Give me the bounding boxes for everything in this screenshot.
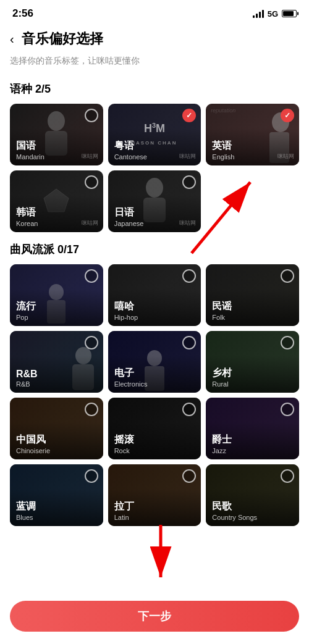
genre-card-folk2[interactable]: 民歌 Country Songs — [206, 464, 299, 526]
genre-card-jazz[interactable]: 爵士 Jazz — [206, 398, 299, 459]
language-card-japanese[interactable]: 日语 Japanese 咪咕网 — [108, 170, 201, 232]
language-card-cantonese[interactable]: H3MJASON CHAN 粤语 Cantonese 咪咕网 — [108, 104, 201, 165]
select-circle-folk[interactable] — [281, 269, 294, 283]
select-circle-rnb[interactable] — [85, 336, 98, 349]
select-circle-pop[interactable] — [85, 269, 98, 283]
genre-card-folk[interactable]: 民谣 Folk — [206, 264, 299, 326]
status-icons: 5G — [253, 9, 297, 19]
watermark: 咪咕网 — [179, 219, 196, 227]
signal-icon — [253, 9, 264, 18]
genre-card-blues[interactable]: 蓝调 Blues — [10, 464, 103, 526]
genre-card-latin[interactable]: 拉丁 Latin — [108, 464, 201, 526]
back-button[interactable]: ‹ — [10, 32, 14, 46]
genre-card-rural[interactable]: 乡村 Rural — [206, 331, 299, 393]
select-circle-mandarin[interactable] — [85, 109, 98, 122]
select-circle-folk2[interactable] — [281, 469, 294, 483]
select-circle-blues[interactable] — [85, 469, 98, 483]
genre-card-hiphop[interactable]: 嘻哈 Hip-hop — [108, 264, 201, 326]
status-bar: 2:56 5G — [0, 0, 309, 25]
genre-card-chinoiserie[interactable]: 中国风 Chinoiserie — [10, 398, 103, 459]
page-title: 音乐偏好选择 — [22, 30, 103, 48]
status-time: 2:56 — [12, 7, 33, 20]
genre-grid: 流行 Pop 嘻哈 Hip-hop 民谣 Folk R&B R&B — [0, 264, 309, 526]
watermark: 咪咕网 — [277, 153, 294, 161]
language-card-korean[interactable]: 韩语 Korean 咪咕网 — [10, 170, 103, 232]
select-circle-rural[interactable] — [281, 336, 294, 349]
network-type: 5G — [268, 9, 278, 19]
select-circle-korean[interactable] — [85, 175, 98, 189]
header: ‹ 音乐偏好选择 — [0, 25, 309, 56]
select-circle-jazz[interactable] — [281, 403, 294, 416]
language-section-title: 语种 2/5 — [0, 77, 309, 104]
genre-section-title: 曲风流派 0/17 — [0, 237, 309, 264]
watermark: 咪咕网 — [179, 153, 196, 161]
next-button[interactable]: 下一步 — [10, 601, 299, 632]
watermark: 咪咕网 — [82, 153, 98, 161]
genre-card-electronics[interactable]: 电子 Electronics — [108, 331, 201, 393]
select-circle-english[interactable] — [281, 109, 294, 122]
language-card-mandarin[interactable]: 国语 Mandarin 咪咕网 — [10, 104, 103, 165]
language-grid: 国语 Mandarin 咪咕网 H3MJASON CHAN 粤语 Cantone… — [0, 104, 309, 232]
genre-card-rnb[interactable]: R&B R&B — [10, 331, 103, 393]
genre-card-rock[interactable]: 摇滚 Rock — [108, 398, 201, 459]
language-card-english[interactable]: reputation 英语 English 咪咕网 — [206, 104, 299, 165]
watermark: 咪咕网 — [82, 219, 98, 227]
select-circle-chinoiserie[interactable] — [85, 403, 98, 416]
next-button-container: 下一步 — [0, 593, 309, 644]
genre-card-pop[interactable]: 流行 Pop — [10, 264, 103, 326]
subtitle: 选择你的音乐标签，让咪咕更懂你 — [0, 56, 309, 77]
battery-icon — [282, 10, 297, 17]
